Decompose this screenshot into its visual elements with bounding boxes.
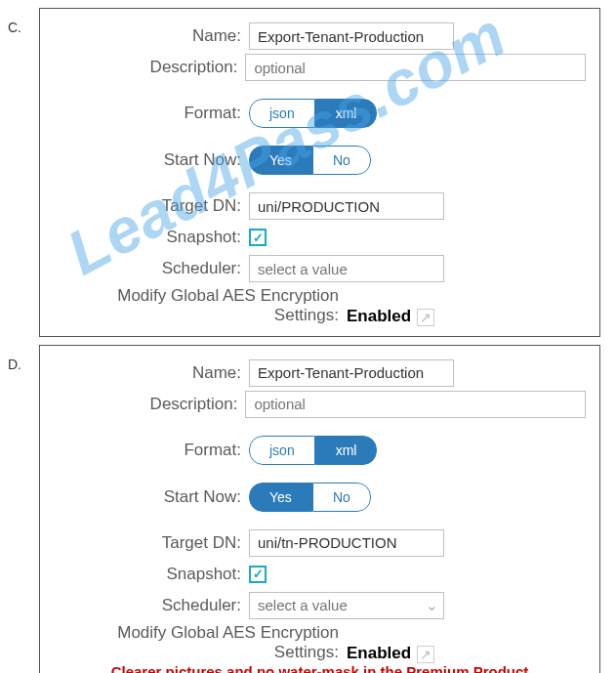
snapshot-label: Snapshot:: [54, 565, 249, 584]
start-now-toggle[interactable]: Yes No: [249, 483, 371, 512]
row-snapshot: Snapshot: ✓: [54, 224, 586, 251]
target-dn-input[interactable]: [249, 529, 444, 557]
description-label: Description:: [54, 395, 245, 414]
row-aes: Modify Global AES Encryption Settings: E…: [54, 623, 586, 663]
row-format: Format: json xml: [54, 436, 586, 465]
option-d: D. Name: Description: Format: json xml S…: [0, 345, 616, 673]
name-input[interactable]: [249, 22, 454, 50]
row-name: Name:: [54, 359, 586, 387]
start-now-label: Start Now:: [54, 487, 249, 507]
scheduler-select[interactable]: [249, 255, 444, 282]
format-xml-button[interactable]: xml: [315, 436, 378, 465]
description-label: Description:: [54, 58, 245, 77]
snapshot-checkbox[interactable]: ✓: [249, 566, 267, 583]
row-name: Name:: [54, 22, 586, 50]
row-scheduler: Scheduler:: [54, 255, 586, 282]
row-start-now: Start Now: Yes No: [54, 146, 586, 175]
name-label: Name:: [54, 26, 249, 46]
row-target-dn: Target DN:: [54, 529, 586, 557]
scheduler-label: Scheduler:: [54, 596, 249, 615]
option-c: C. Name: Description: Format: json xml S…: [0, 8, 616, 337]
snapshot-label: Snapshot:: [54, 228, 249, 247]
start-now-label: Start Now:: [54, 150, 249, 170]
start-now-yes-button[interactable]: Yes: [249, 146, 312, 175]
aes-label: Modify Global AES Encryption Settings:: [54, 623, 347, 663]
row-start-now: Start Now: Yes No: [54, 483, 586, 512]
row-description: Description:: [54, 54, 586, 81]
panel-d: Name: Description: Format: json xml Star…: [39, 345, 600, 673]
row-format: Format: json xml: [54, 99, 586, 128]
start-now-yes-button[interactable]: Yes: [249, 483, 312, 512]
format-json-button[interactable]: json: [249, 99, 315, 128]
format-xml-button[interactable]: xml: [315, 99, 378, 128]
row-snapshot: Snapshot: ✓: [54, 561, 586, 588]
scheduler-select[interactable]: ⌄: [249, 592, 444, 619]
option-letter-c: C.: [0, 8, 39, 337]
description-input[interactable]: [245, 391, 586, 418]
panel-c: Name: Description: Format: json xml Star…: [39, 8, 600, 337]
scheduler-input[interactable]: [249, 592, 444, 619]
external-link-icon[interactable]: ↗: [417, 646, 434, 663]
start-now-no-button[interactable]: No: [312, 483, 371, 512]
name-label: Name:: [54, 363, 249, 383]
row-scheduler: Scheduler: ⌄: [54, 592, 586, 619]
promo-text: Clearer pictures and no water-mask in th…: [69, 663, 570, 673]
aes-value: Enabled: [347, 307, 411, 326]
format-json-button[interactable]: json: [249, 436, 315, 465]
format-label: Format:: [54, 104, 249, 123]
aes-label: Modify Global AES Encryption Settings:: [54, 286, 347, 326]
target-dn-label: Target DN:: [54, 533, 249, 553]
scheduler-label: Scheduler:: [54, 259, 249, 278]
target-dn-input[interactable]: [249, 192, 444, 220]
row-aes: Modify Global AES Encryption Settings: E…: [54, 286, 586, 326]
start-now-toggle[interactable]: Yes No: [249, 146, 371, 175]
external-link-icon[interactable]: ↗: [417, 309, 434, 326]
name-input[interactable]: [249, 359, 454, 387]
target-dn-label: Target DN:: [54, 196, 249, 216]
row-description: Description:: [54, 391, 586, 418]
format-label: Format:: [54, 441, 249, 460]
snapshot-checkbox[interactable]: ✓: [249, 229, 267, 246]
format-toggle[interactable]: json xml: [249, 436, 377, 465]
aes-value: Enabled: [347, 644, 411, 663]
description-input[interactable]: [245, 54, 586, 81]
start-now-no-button[interactable]: No: [312, 146, 371, 175]
option-letter-d: D.: [0, 345, 39, 673]
format-toggle[interactable]: json xml: [249, 99, 377, 128]
scheduler-input[interactable]: [249, 255, 444, 282]
row-target-dn: Target DN:: [54, 192, 586, 220]
